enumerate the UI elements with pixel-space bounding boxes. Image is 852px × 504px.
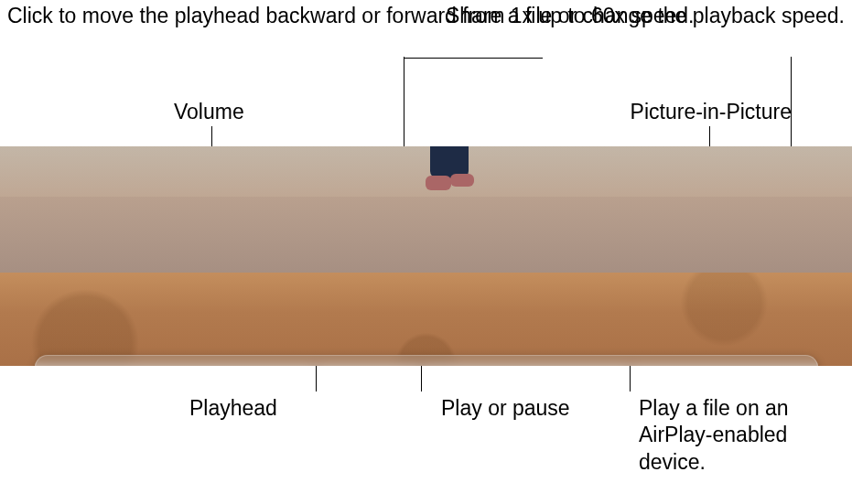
video-area[interactable]: 00:01 00:03 <box>0 146 852 366</box>
callout-airplay: Play a file on an AirPlay-enabled device… <box>639 395 831 476</box>
leader-share-horiz <box>404 58 543 59</box>
playback-controls-panel: 00:01 00:03 <box>35 355 818 366</box>
callout-play-pause: Play or pause <box>441 395 570 422</box>
callout-volume: Volume <box>174 99 244 125</box>
callout-playhead: Playhead <box>189 395 277 422</box>
video-subject <box>403 146 485 224</box>
callout-share-speed: Share a file or change the playback spee… <box>446 3 845 29</box>
video-bg-ground <box>0 273 852 366</box>
callout-pip: Picture-in-Picture <box>631 99 792 125</box>
